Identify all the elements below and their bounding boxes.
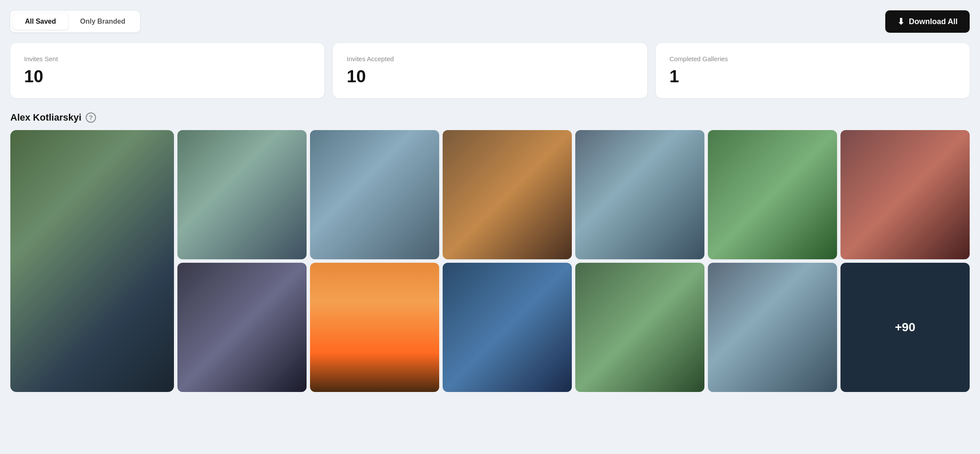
- tab-only-branded[interactable]: Only Branded: [68, 13, 137, 30]
- stat-card-completed-galleries: Completed Galleries 1: [656, 43, 970, 98]
- image-grid: +90: [10, 130, 970, 392]
- stat-label-invites-sent: Invites Sent: [24, 55, 310, 62]
- stat-value-completed-galleries: 1: [670, 67, 956, 86]
- stat-card-invites-accepted: Invites Accepted 10: [333, 43, 647, 98]
- gallery-thumb-7[interactable]: [840, 130, 970, 259]
- gallery-thumb-6[interactable]: [708, 130, 837, 259]
- gallery-thumb-8[interactable]: [177, 263, 307, 392]
- stat-label-invites-accepted: Invites Accepted: [347, 55, 633, 62]
- stat-label-completed-galleries: Completed Galleries: [670, 55, 956, 62]
- gallery-more-count: +90: [895, 320, 915, 334]
- gallery-thumb-12[interactable]: [708, 263, 837, 392]
- tab-group: All Saved Only Branded: [10, 11, 140, 32]
- gallery-person-name: Alex Kotliarskyi: [10, 112, 81, 123]
- download-all-button[interactable]: ⬇ Download All: [885, 10, 970, 33]
- stat-card-invites-sent: Invites Sent 10: [10, 43, 324, 98]
- gallery-thumb-9[interactable]: [310, 263, 439, 392]
- download-all-label: Download All: [909, 17, 958, 26]
- stats-row: Invites Sent 10 Invites Accepted 10 Comp…: [10, 43, 970, 98]
- help-icon[interactable]: ?: [86, 112, 96, 123]
- gallery-more-overlay[interactable]: +90: [840, 263, 970, 392]
- download-icon: ⬇: [897, 16, 905, 27]
- gallery-thumb-3[interactable]: [310, 130, 439, 259]
- stat-value-invites-sent: 10: [24, 67, 310, 86]
- gallery-header: Alex Kotliarskyi ?: [10, 112, 970, 123]
- gallery-main-image[interactable]: [10, 130, 174, 392]
- gallery-thumb-4[interactable]: [443, 130, 572, 259]
- gallery-thumb-10[interactable]: [443, 263, 572, 392]
- gallery-thumb-2[interactable]: [177, 130, 307, 259]
- gallery-thumb-11[interactable]: [575, 263, 704, 392]
- tab-all-saved[interactable]: All Saved: [13, 13, 68, 30]
- toolbar: All Saved Only Branded ⬇ Download All: [10, 10, 970, 33]
- gallery-thumb-5[interactable]: [575, 130, 704, 259]
- stat-value-invites-accepted: 10: [347, 67, 633, 86]
